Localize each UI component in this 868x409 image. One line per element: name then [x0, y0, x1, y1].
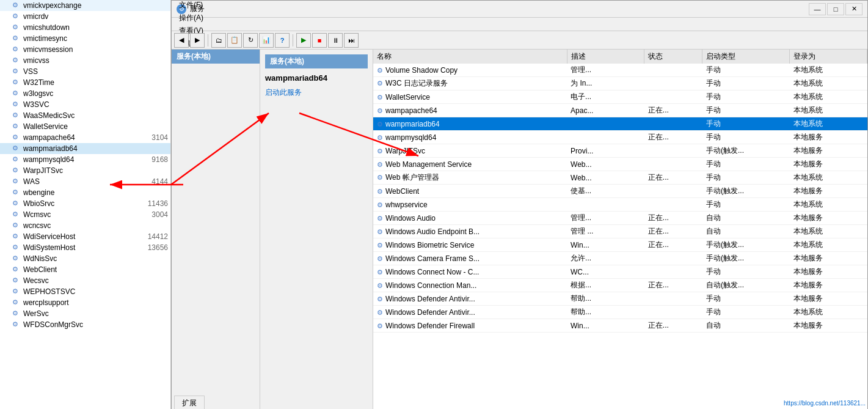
- maximize-button[interactable]: □: [827, 3, 844, 15]
- col-startup[interactable]: 启动类型: [702, 50, 790, 64]
- table-row[interactable]: ⚙Windows Defender FirewallWin...正在...自动本…: [373, 319, 867, 333]
- services-table-panel[interactable]: 名称 描述 状态 启动类型 登录为 ⚙Volume Shadow Copy管理.…: [373, 50, 867, 409]
- sidebar-item[interactable]: ⚙WAS4144: [0, 176, 170, 187]
- restart-button[interactable]: ⏭: [344, 33, 359, 48]
- service-icon: ⚙: [377, 215, 383, 222]
- sidebar-item[interactable]: ⚙vmicshutdown: [0, 22, 170, 33]
- run-button[interactable]: ▶: [296, 33, 311, 48]
- sidebar-item[interactable]: ⚙wercplsupport: [0, 297, 170, 308]
- services-table: 名称 描述 状态 启动类型 登录为 ⚙Volume Shadow Copy管理.…: [373, 50, 867, 333]
- sidebar-item[interactable]: ⚙vmictimesync: [0, 33, 170, 44]
- process-name: WarpJITSvc: [23, 166, 168, 175]
- table-row[interactable]: ⚙WarpJITSvcProvi...手动(触发...本地服务: [373, 144, 867, 158]
- service-startup-cell: 手动: [702, 77, 790, 90]
- stop-button[interactable]: ■: [312, 33, 327, 48]
- col-login[interactable]: 登录为: [790, 50, 867, 64]
- sidebar-item[interactable]: ⚙WbioSrvc11436: [0, 198, 170, 209]
- process-icon: ⚙: [12, 232, 21, 241]
- sidebar-item[interactable]: ⚙vmicvmsession: [0, 44, 170, 55]
- service-startup-cell: 手动: [702, 292, 790, 306]
- sidebar-item[interactable]: ⚙WalletService: [0, 121, 170, 132]
- tab-扩展[interactable]: 扩展: [174, 396, 205, 409]
- sidebar-item[interactable]: ⚙WdiServiceHost14412: [0, 231, 170, 242]
- process-name: WAS: [23, 177, 139, 186]
- sidebar-item[interactable]: ⚙vmicvss: [0, 55, 170, 66]
- sidebar-item[interactable]: ⚙Wecsvc: [0, 275, 170, 286]
- sidebar-item[interactable]: ⚙w3logsvc: [0, 88, 170, 99]
- col-status[interactable]: 状态: [644, 50, 702, 64]
- table-row[interactable]: ⚙W3C 日志记录服务为 In...手动本地系统: [373, 77, 867, 90]
- sidebar-item[interactable]: ⚙Wcmsvc3004: [0, 209, 170, 220]
- table-row[interactable]: ⚙Windows Camera Frame S...允许...手动(触发...本…: [373, 252, 867, 265]
- forward-button[interactable]: ▶: [190, 33, 205, 48]
- table-row[interactable]: ⚙Windows Connect Now - C...WC...手动本地服务: [373, 265, 867, 279]
- menu-item[interactable]: 操作(A): [174, 12, 209, 24]
- service-desc-cell: [567, 198, 644, 212]
- sidebar-item[interactable]: ⚙vmicrdv: [0, 11, 170, 22]
- table-row[interactable]: ⚙wampapache64Apac...正在...手动本地系统: [373, 104, 867, 117]
- sidebar-item[interactable]: ⚙WdiSystemHost13656: [0, 242, 170, 253]
- refresh-button[interactable]: ↻: [243, 33, 258, 48]
- process-icon: ⚙: [12, 12, 21, 21]
- sidebar-item[interactable]: ⚙WebClient: [0, 264, 170, 275]
- table-row[interactable]: ⚙wampmariadb64手动本地系统: [373, 117, 867, 131]
- menu-item[interactable]: 文件(F): [174, 0, 209, 12]
- service-name-cell: ⚙WalletService: [373, 90, 567, 104]
- sidebar-item[interactable]: ⚙VSS: [0, 66, 170, 77]
- back-button[interactable]: ◀: [174, 33, 189, 48]
- sidebar-item[interactable]: ⚙wbengine: [0, 187, 170, 198]
- process-icon: ⚙: [12, 199, 21, 208]
- process-name: w3logsvc: [23, 89, 168, 98]
- process-sidebar[interactable]: ⚙vmickvpexchange⚙vmicrdv⚙vmicshutdown⚙vm…: [0, 0, 171, 409]
- pause-button[interactable]: ⏸: [328, 33, 343, 48]
- export-button[interactable]: 📊: [259, 33, 274, 48]
- sidebar-item[interactable]: ⚙WFDSConMgrSvc: [0, 319, 170, 330]
- table-row[interactable]: ⚙Web 帐户管理器Web...正在...手动本地系统: [373, 171, 867, 185]
- window-controls[interactable]: — □ ✕: [809, 3, 863, 15]
- table-row[interactable]: ⚙WalletService电子...手动本地系统: [373, 90, 867, 104]
- sidebar-item[interactable]: ⚙WarpJITSvc: [0, 165, 170, 176]
- table-row[interactable]: ⚙Windows Audio Endpoint B...管理 ...正在...自…: [373, 225, 867, 238]
- close-button[interactable]: ✕: [845, 3, 863, 15]
- service-login-cell: 本地服务: [790, 158, 867, 171]
- sidebar-item[interactable]: ⚙wampapache643104: [0, 132, 170, 143]
- table-row[interactable]: ⚙Volume Shadow Copy管理...手动本地系统: [373, 64, 867, 77]
- show-scope-button[interactable]: 🗂: [211, 33, 226, 48]
- process-icon: ⚙: [12, 221, 21, 230]
- service-startup-cell: 自动(触发...: [702, 279, 790, 292]
- sidebar-item[interactable]: ⚙W3SVC: [0, 99, 170, 110]
- help-button[interactable]: ?: [275, 33, 290, 48]
- sidebar-item[interactable]: ⚙WerSvc: [0, 308, 170, 319]
- table-row[interactable]: ⚙Windows Defender Antivir...帮助...手动本地系统: [373, 306, 867, 319]
- table-row[interactable]: ⚙wampmysqld64正在...手动本地服务: [373, 131, 867, 144]
- sidebar-item[interactable]: ⚙wampmariadb64: [0, 143, 170, 154]
- service-desc-cell: [567, 117, 644, 131]
- table-row[interactable]: ⚙Windows Defender Antivir...帮助...手动本地服务: [373, 292, 867, 306]
- sidebar-item[interactable]: ⚙wampmysqld649168: [0, 154, 170, 165]
- sidebar-item[interactable]: ⚙vmickvpexchange: [0, 0, 170, 11]
- sidebar-item[interactable]: ⚙WdNisSvc: [0, 253, 170, 264]
- process-icon: ⚙: [12, 320, 21, 329]
- sidebar-item[interactable]: ⚙W32Time: [0, 77, 170, 88]
- process-icon: ⚙: [12, 210, 21, 219]
- table-row[interactable]: ⚙Windows Biometric ServiceWin...正在...手动(…: [373, 238, 867, 252]
- table-row[interactable]: ⚙whwpservice手动本地系统: [373, 198, 867, 212]
- table-row[interactable]: ⚙WebClient使基...手动(触发...本地服务: [373, 185, 867, 198]
- process-icon: ⚙: [12, 133, 21, 142]
- process-icon: ⚙: [12, 166, 21, 175]
- minimize-button[interactable]: —: [809, 3, 826, 15]
- service-startup-cell: 手动: [702, 117, 790, 131]
- sidebar-item[interactable]: ⚙WaaSMedicSvc: [0, 110, 170, 121]
- service-startup-cell: 手动: [702, 64, 790, 77]
- sidebar-item[interactable]: ⚙WEPHOSTSVC: [0, 286, 170, 297]
- start-service-link[interactable]: 启动此服务: [265, 88, 302, 97]
- sidebar-item[interactable]: ⚙wcncsvc: [0, 220, 170, 231]
- view-button[interactable]: 📋: [227, 33, 242, 48]
- process-name: WFDSConMgrSvc: [23, 320, 168, 329]
- table-row[interactable]: ⚙Windows Audio管理...正在...自动本地服务: [373, 212, 867, 225]
- col-name[interactable]: 名称: [373, 50, 567, 64]
- col-desc[interactable]: 描述: [567, 50, 644, 64]
- table-row[interactable]: ⚙Web Management ServiceWeb...手动本地服务: [373, 158, 867, 171]
- table-row[interactable]: ⚙Windows Connection Man...根据...正在...自动(触…: [373, 279, 867, 292]
- left-panel-header[interactable]: 服务(本地): [172, 50, 260, 64]
